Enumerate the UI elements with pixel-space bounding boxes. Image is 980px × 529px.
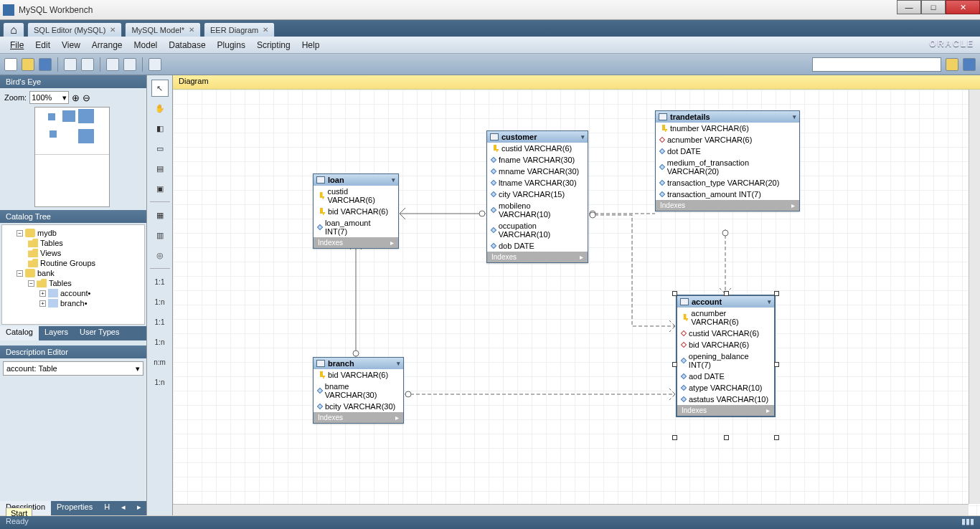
menu-edit[interactable]: Edit [29,39,56,52]
tree-item-views[interactable]: Views [6,248,140,258]
entity-indexes[interactable]: Indexes▸ [656,200,799,211]
selection-handle[interactable] [672,291,677,296]
entity-header[interactable]: customer▾ [487,131,588,143]
pointer-tool[interactable]: ↖ [151,80,169,97]
diagram-canvas[interactable]: loan▾ custid VARCHAR(6)bid VARCHAR(6)loa… [173,90,980,515]
entity-indexes[interactable]: Indexes▸ [314,412,403,423]
collapse-icon[interactable]: − [28,280,34,287]
menu-view[interactable]: View [56,39,86,52]
tree-item-mydb[interactable]: −mydb [6,228,140,238]
selection-handle[interactable] [724,435,729,440]
entity-column[interactable]: atype VARCHAR(10) [677,382,774,394]
tab-home[interactable]: ⌂ [3,22,24,37]
entity-column[interactable]: aod DATE [677,371,774,382]
vertical-scrollbar[interactable] [969,90,980,504]
description-body[interactable] [0,378,146,501]
tab-eer-diagram[interactable]: EER Diagram✕ [204,22,275,37]
entity-column[interactable]: transaction_amount INT(7) [656,189,799,200]
maximize-button[interactable]: □ [921,0,946,14]
minimap[interactable] [34,107,110,207]
tab-close-icon[interactable]: ✕ [110,26,116,34]
menu-file[interactable]: File [4,39,29,52]
catalog-tree[interactable]: −mydb Tables Views Routine Groups −bank … [1,224,145,325]
tree-item-bank[interactable]: −bank [6,268,140,278]
grid-icon[interactable] [106,58,119,71]
entity-column[interactable]: fname VARCHAR(30) [487,154,588,166]
image-tool[interactable]: ▣ [151,180,169,197]
entity-loan[interactable]: loan▾ custid VARCHAR(6)bid VARCHAR(6)loa… [313,173,399,249]
layer-tool[interactable]: ▭ [151,140,169,157]
eraser-tool[interactable]: ◧ [151,120,169,137]
selection-handle[interactable] [774,435,779,440]
entity-column[interactable]: bid VARCHAR(6) [677,339,774,351]
selection-handle[interactable] [774,291,779,296]
entity-header[interactable]: branch▾ [314,358,403,369]
scroll-right-icon[interactable]: ▸ [131,501,147,515]
selection-handle[interactable] [672,435,677,440]
entity-branch[interactable]: branch▾ bid VARCHAR(6)bname VARCHAR(30)b… [313,357,404,424]
scroll-left-icon[interactable]: ◂ [116,501,131,515]
entity-column[interactable]: ltname VARCHAR(30) [487,177,588,189]
entity-column[interactable]: mobileno VARCHAR(10) [487,200,588,220]
entity-column[interactable]: custid VARCHAR(6) [314,186,398,206]
chevron-down-icon[interactable]: ▾ [397,360,400,367]
tree-item-tables[interactable]: −Tables [6,278,140,288]
menu-arrange[interactable]: Arrange [86,39,128,52]
entity-column[interactable]: bname VARCHAR(30) [314,381,403,401]
zoom-in-icon[interactable]: ⊕ [72,92,80,103]
selection-handle[interactable] [724,291,729,296]
view-tool[interactable]: ▥ [151,227,169,244]
tab-catalog[interactable]: Catalog [0,326,39,340]
chevron-down-icon[interactable]: ▾ [768,298,771,305]
entity-column[interactable]: mname VARCHAR(30) [487,166,588,177]
entity-account[interactable]: account▾ acnumber VARCHAR(6)custid VARCH… [677,295,775,416]
table-tool[interactable]: ▦ [151,206,169,224]
entity-indexes[interactable]: Indexes▸ [487,252,588,262]
entity-column[interactable]: city VARCHAR(15) [487,189,588,200]
close-button[interactable]: ✕ [946,0,980,14]
tab-close-icon[interactable]: ✕ [189,26,194,34]
description-select[interactable]: account: Table▾ [3,361,143,376]
search-input[interactable] [812,57,941,72]
rel-1-n-nonid[interactable]: 1:n [151,293,169,310]
search-icon[interactable] [946,58,958,71]
open-icon[interactable] [22,58,34,71]
tab-properties[interactable]: Properties [51,501,98,515]
zoom-out-icon[interactable]: ⊖ [83,92,90,103]
menu-scripting[interactable]: Scripting [251,39,296,52]
rel-1-1-nonid[interactable]: 1:1 [151,273,169,290]
entity-header[interactable]: account▾ [677,296,774,308]
rel-1-1-id[interactable]: 1:1 [151,313,169,330]
tab-sql-editor[interactable]: SQL Editor (MySQL)✕ [27,22,122,37]
tree-item-account[interactable]: +account • [6,288,140,298]
entity-column[interactable]: acnumber VARCHAR(6) [656,134,799,146]
entity-column[interactable]: tnumber VARCHAR(6) [656,123,799,134]
entity-column[interactable]: medium_of_transaction VARCHAR(20) [656,157,799,177]
entity-indexes[interactable]: Indexes▸ [314,237,398,248]
tab-layers[interactable]: Layers [39,326,74,340]
tab-h[interactable]: H [98,501,116,515]
tab-close-icon[interactable]: ✕ [263,26,268,34]
collapse-icon[interactable]: − [17,270,23,277]
menu-model[interactable]: Model [128,39,164,52]
redo-icon[interactable] [81,58,94,71]
entity-header[interactable]: loan▾ [314,174,398,186]
expand-icon[interactable]: + [39,300,46,307]
undo-icon[interactable] [64,58,77,71]
entity-header[interactable]: trandetails▾ [656,111,799,123]
entity-column[interactable]: bid VARCHAR(6) [314,369,403,381]
expand-icon[interactable]: + [39,290,46,297]
entity-column[interactable]: bid VARCHAR(6) [314,206,398,217]
entity-indexes[interactable]: Indexes▸ [677,405,774,416]
entity-column[interactable]: dot DATE [656,146,799,157]
entity-column[interactable]: dob DATE [487,240,588,252]
chevron-down-icon[interactable]: ▾ [793,113,796,120]
minimize-button[interactable]: — [897,0,921,14]
tab-user-types[interactable]: User Types [74,326,125,340]
collapse-icon[interactable]: − [17,230,23,237]
entity-column[interactable]: custid VARCHAR(6) [487,143,588,154]
entity-trandetails[interactable]: trandetails▾ tnumber VARCHAR(6)acnumber … [655,110,800,211]
entity-column[interactable]: occupation VARCHAR(10) [487,220,588,240]
entity-column[interactable]: bcity VARCHAR(30) [314,401,403,412]
entity-column[interactable]: acnumber VARCHAR(6) [677,308,774,328]
